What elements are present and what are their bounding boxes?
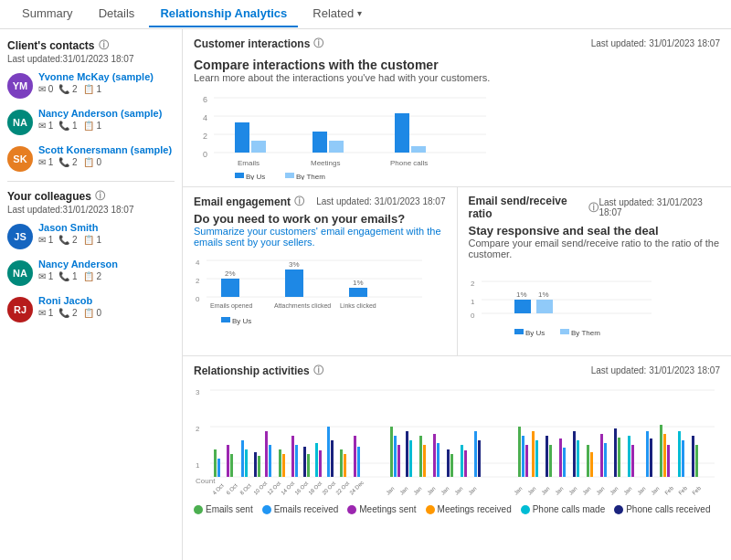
avatar: NA: [7, 260, 33, 286]
svg-text:1: 1: [196, 461, 200, 470]
tab-related[interactable]: Related ▾: [302, 1, 373, 27]
contact-name[interactable]: Yvonne McKay (sample): [38, 71, 175, 82]
svg-rect-63: [230, 454, 233, 477]
interactions-info-icon[interactable]: ⓘ: [313, 37, 323, 50]
svg-rect-102: [532, 431, 535, 477]
svg-rect-111: [590, 452, 593, 477]
meetings-received-color: [426, 505, 435, 514]
svg-text:4: 4: [196, 259, 200, 267]
svg-rect-29: [285, 269, 303, 297]
task-count: 📋 0: [83, 308, 101, 318]
svg-rect-68: [265, 431, 268, 477]
send-receive-info-icon[interactable]: ⓘ: [588, 201, 599, 215]
relationship-activities-section: Relationship activities ⓘ Last updated: …: [183, 356, 731, 560]
avatar: NA: [7, 110, 33, 135]
svg-rect-113: [604, 443, 607, 477]
email-count: ✉ 1: [38, 308, 53, 318]
svg-rect-98: [478, 440, 481, 477]
avatar: JS: [7, 224, 33, 249]
svg-text:Jan: Jan: [554, 486, 564, 496]
svg-rect-78: [327, 427, 330, 477]
svg-rect-116: [628, 436, 630, 477]
client-contacts-info-icon[interactable]: ⓘ: [99, 38, 109, 52]
svg-rect-103: [535, 440, 538, 477]
phone-count: 📞 2: [58, 84, 77, 94]
left-panel: Client's contacts ⓘ Last updated:31/01/2…: [0, 29, 183, 560]
phone-count: 📞 1: [58, 271, 77, 281]
svg-rect-122: [667, 445, 670, 477]
email-count: ✉ 1: [38, 235, 53, 245]
svg-rect-81: [344, 454, 346, 477]
email-engagement-chart-svg: 4 2 0 2% 3% 1%: [194, 251, 431, 333]
email-count: ✉ 1: [38, 121, 53, 131]
svg-text:Emails opened: Emails opened: [210, 302, 252, 310]
svg-rect-114: [614, 428, 617, 477]
svg-text:Jan: Jan: [595, 486, 605, 496]
contact-name[interactable]: Nancy Anderson: [38, 259, 175, 269]
client-contacts-title: Client's contacts ⓘ: [7, 38, 175, 52]
activities-info-icon[interactable]: ⓘ: [313, 364, 323, 377]
svg-text:2: 2: [203, 132, 207, 141]
activities-chart: 3 2 1 Count: [183, 381, 731, 502]
svg-text:2: 2: [196, 277, 200, 285]
svg-rect-65: [245, 449, 248, 477]
svg-rect-117: [631, 445, 634, 477]
task-count: 📋 1: [83, 235, 101, 245]
svg-text:1%: 1%: [516, 291, 527, 299]
contact-name[interactable]: Scott Konersmann (sample): [38, 144, 175, 155]
svg-rect-123: [678, 431, 681, 477]
svg-rect-93: [447, 449, 450, 477]
svg-text:10 Oct: 10 Oct: [252, 481, 268, 496]
svg-rect-120: [660, 425, 662, 477]
svg-rect-64: [241, 440, 244, 477]
tab-summary[interactable]: Summary: [11, 1, 84, 27]
contact-name[interactable]: Nancy Anderson (sample): [38, 108, 175, 119]
email-engagement-info-icon[interactable]: ⓘ: [294, 195, 304, 208]
svg-rect-115: [618, 438, 620, 477]
svg-rect-46: [536, 300, 553, 313]
svg-rect-70: [279, 449, 281, 477]
phone-count: 📞 2: [58, 157, 77, 167]
svg-rect-60: [214, 449, 217, 477]
svg-rect-126: [695, 445, 698, 477]
task-count: 📋 2: [83, 271, 101, 281]
svg-rect-85: [394, 436, 397, 477]
svg-text:Attachments clicked: Attachments clicked: [274, 302, 331, 309]
svg-text:Jan: Jan: [622, 486, 632, 496]
email-engagement-desc: Summarize your customers' email engageme…: [194, 226, 446, 248]
svg-rect-88: [409, 440, 412, 477]
svg-rect-108: [573, 431, 576, 477]
svg-text:By Us: By Us: [246, 173, 265, 180]
svg-rect-19: [285, 173, 294, 178]
contact-name[interactable]: Jason Smith: [38, 222, 175, 233]
tab-relationship[interactable]: Relationship Analytics: [149, 1, 298, 27]
send-receive-chart: 2 1 0 1% 1% By Us: [458, 259, 732, 348]
svg-rect-90: [423, 445, 426, 477]
svg-text:Jan: Jan: [609, 486, 619, 496]
contact-name[interactable]: Roni Jacob: [38, 295, 175, 306]
svg-text:Jan: Jan: [467, 486, 477, 496]
svg-rect-27: [221, 279, 239, 297]
contact-item: NA Nancy Anderson (sample) ✉ 1 📞 1 📋 1: [7, 108, 175, 135]
avatar: SK: [7, 146, 33, 172]
emails-sent-color: [194, 505, 203, 514]
svg-text:8 Oct: 8 Oct: [238, 482, 252, 496]
activities-legend: Emails sent Emails received Meetings sen…: [183, 502, 731, 516]
svg-text:Meetings: Meetings: [311, 159, 340, 167]
svg-text:1%: 1%: [538, 291, 549, 299]
legend-emails-sent: Emails sent: [194, 504, 253, 514]
svg-rect-89: [419, 436, 422, 477]
svg-text:22 Oct: 22 Oct: [334, 481, 350, 496]
svg-text:2: 2: [471, 280, 475, 288]
colleagues-title: Your colleagues ⓘ: [7, 189, 175, 203]
svg-text:3: 3: [196, 388, 200, 396]
svg-text:By Us: By Us: [525, 329, 545, 337]
svg-rect-75: [307, 454, 310, 477]
tab-details[interactable]: Details: [88, 1, 146, 27]
svg-rect-12: [395, 113, 409, 153]
svg-rect-11: [329, 141, 344, 153]
svg-rect-97: [474, 431, 477, 477]
colleagues-info-icon[interactable]: ⓘ: [95, 189, 105, 203]
legend-meetings-received: Meetings received: [426, 504, 512, 514]
colleagues-updated: Last updated:31/01/2023 18:07: [7, 205, 175, 215]
